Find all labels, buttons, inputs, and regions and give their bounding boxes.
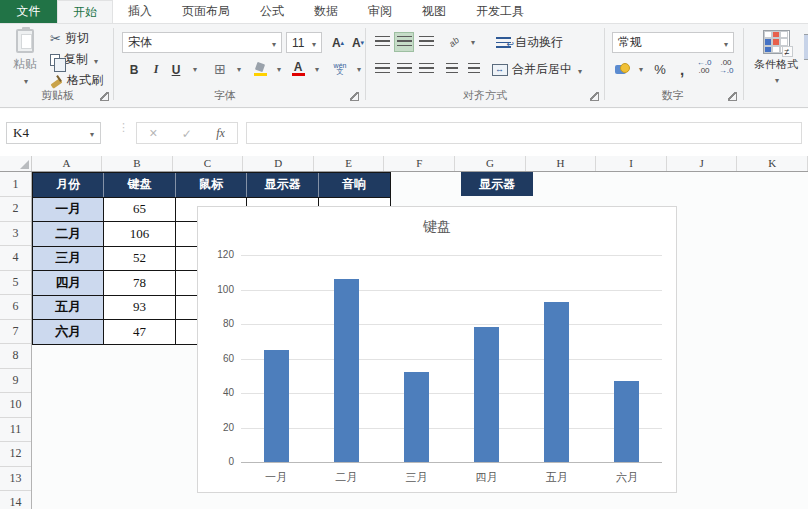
- header-cell[interactable]: 月份: [33, 173, 104, 197]
- table-header-row[interactable]: 月份 键盘 鼠标 显示器 音响: [33, 173, 390, 197]
- col-header-E[interactable]: E: [314, 156, 385, 171]
- col-header-B[interactable]: B: [102, 156, 173, 171]
- tab-formulas[interactable]: 公式: [245, 0, 299, 23]
- col-header-C[interactable]: C: [173, 156, 244, 171]
- borders-dropdown[interactable]: [228, 59, 248, 80]
- bar-一月[interactable]: [264, 350, 289, 462]
- tab-insert[interactable]: 插入: [113, 0, 167, 23]
- col-header-A[interactable]: A: [32, 156, 103, 171]
- align-center-button[interactable]: [394, 59, 414, 79]
- tab-review[interactable]: 审阅: [353, 0, 407, 23]
- font-name-dropdown[interactable]: 宋体: [122, 32, 282, 53]
- number-format-dropdown[interactable]: 常规: [612, 32, 734, 53]
- comma-style-button[interactable]: ,: [672, 59, 692, 80]
- row-header-12[interactable]: 12: [0, 442, 31, 467]
- tab-developer[interactable]: 开发工具: [461, 0, 539, 23]
- orientation-button[interactable]: ab: [444, 32, 464, 52]
- borders-button[interactable]: [210, 59, 230, 79]
- col-header-I[interactable]: I: [596, 156, 667, 171]
- row-header-6[interactable]: 6: [0, 295, 31, 320]
- increase-font-size-button[interactable]: A: [328, 32, 348, 53]
- col-header-G[interactable]: G: [455, 156, 526, 171]
- header-cell[interactable]: 鼠标: [176, 173, 247, 197]
- font-color-button[interactable]: A: [288, 59, 308, 79]
- middle-align-button[interactable]: [394, 32, 414, 52]
- font-color-dropdown[interactable]: [306, 59, 326, 80]
- align-left-button[interactable]: [372, 59, 392, 79]
- tab-home[interactable]: 开始: [57, 0, 113, 23]
- header-cell[interactable]: 音响: [319, 173, 390, 197]
- fill-color-dropdown[interactable]: [268, 59, 288, 80]
- row-header-14[interactable]: 14: [0, 491, 31, 509]
- month-cell[interactable]: 一月: [33, 197, 104, 222]
- cells-area[interactable]: 月份 键盘 鼠标 显示器 音响 一月 65 二月: [32, 172, 808, 509]
- merge-center-button[interactable]: 合并后居中: [490, 59, 584, 80]
- paste-button[interactable]: 粘贴: [6, 29, 44, 87]
- col-header-H[interactable]: H: [526, 156, 597, 171]
- bar-四月[interactable]: [474, 327, 499, 462]
- month-cell[interactable]: 三月: [33, 246, 104, 271]
- embedded-chart[interactable]: 键盘 020406080100120 一月二月三月四月五月六月: [197, 206, 677, 493]
- value-cell[interactable]: 93: [104, 295, 175, 320]
- bar-五月[interactable]: [544, 302, 569, 462]
- row-header-2[interactable]: 2: [0, 197, 31, 222]
- row-header-4[interactable]: 4: [0, 246, 31, 271]
- font-dialog-launcher[interactable]: [350, 92, 359, 101]
- month-cell[interactable]: 四月: [33, 270, 104, 295]
- tab-view[interactable]: 视图: [407, 0, 461, 23]
- accounting-format-dropdown[interactable]: [630, 59, 650, 80]
- g1-display-cell[interactable]: 显示器: [461, 172, 533, 196]
- value-cell[interactable]: 47: [104, 319, 175, 344]
- row-header-7[interactable]: 7: [0, 320, 31, 345]
- formula-input[interactable]: [246, 122, 802, 144]
- bar-六月[interactable]: [614, 381, 639, 462]
- conditional-formatting-button[interactable]: ≠ 条件格式: [748, 28, 804, 100]
- row-header-10[interactable]: 10: [0, 393, 31, 418]
- value-cell[interactable]: 65: [104, 197, 175, 222]
- align-right-button[interactable]: [416, 59, 436, 79]
- value-cell[interactable]: 78: [104, 270, 175, 295]
- header-cell[interactable]: 键盘: [104, 173, 175, 197]
- percent-style-button[interactable]: %: [650, 59, 670, 80]
- bold-button[interactable]: B: [124, 59, 144, 80]
- name-box[interactable]: K4: [6, 122, 101, 144]
- row-header-9[interactable]: 9: [0, 369, 31, 394]
- alignment-dialog-launcher[interactable]: [590, 92, 599, 101]
- row-header-5[interactable]: 5: [0, 271, 31, 296]
- enter-icon[interactable]: [182, 124, 192, 142]
- italic-button[interactable]: I: [146, 59, 166, 80]
- number-dialog-launcher[interactable]: [728, 92, 737, 101]
- month-cell[interactable]: 五月: [33, 295, 104, 320]
- phonetic-dropdown[interactable]: [348, 59, 368, 80]
- accounting-format-button[interactable]: [612, 59, 632, 79]
- orientation-dropdown[interactable]: [462, 32, 482, 53]
- increase-decimal-button[interactable]: ←.0.00: [694, 59, 714, 75]
- month-cell[interactable]: 六月: [33, 319, 104, 344]
- decrease-decimal-button[interactable]: .00→.0: [716, 59, 736, 75]
- tab-data[interactable]: 数据: [299, 0, 353, 23]
- row-header-3[interactable]: 3: [0, 222, 31, 247]
- font-size-dropdown[interactable]: 11: [286, 32, 322, 53]
- col-header-F[interactable]: F: [384, 156, 455, 171]
- row-header-1[interactable]: 1: [0, 172, 31, 197]
- row-header-11[interactable]: 11: [0, 418, 31, 443]
- cut-button[interactable]: 剪切: [48, 28, 105, 49]
- value-cell[interactable]: 106: [104, 221, 175, 246]
- format-as-table-button-partial[interactable]: [804, 34, 808, 60]
- month-cell[interactable]: 二月: [33, 221, 104, 246]
- clipboard-dialog-launcher[interactable]: [100, 92, 109, 101]
- copy-button[interactable]: 复制: [48, 49, 105, 70]
- increase-indent-button[interactable]: [464, 59, 484, 79]
- cancel-icon[interactable]: [149, 124, 157, 142]
- bar-二月[interactable]: [334, 279, 359, 462]
- bar-三月[interactable]: [404, 372, 429, 462]
- fill-color-button[interactable]: [250, 59, 270, 79]
- header-cell[interactable]: 显示器: [247, 173, 318, 197]
- value-cell[interactable]: 52: [104, 246, 175, 271]
- phonetic-guide-button[interactable]: wén文: [330, 59, 350, 79]
- decrease-font-size-button[interactable]: A: [348, 32, 368, 53]
- tab-file[interactable]: 文件: [0, 0, 57, 23]
- col-header-D[interactable]: D: [243, 156, 314, 171]
- decrease-indent-button[interactable]: [442, 59, 462, 79]
- bottom-align-button[interactable]: [416, 32, 436, 52]
